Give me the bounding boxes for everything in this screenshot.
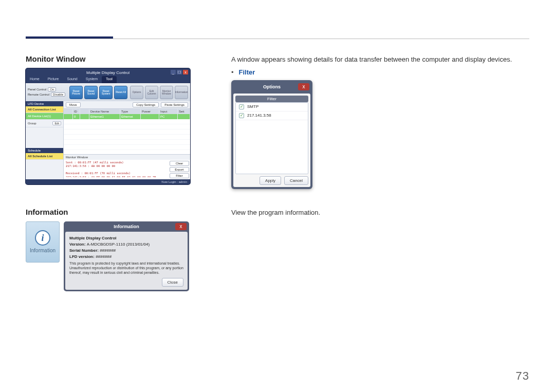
filter-item-label: SMTP [247, 104, 258, 109]
reset-all-button[interactable]: Reset All [114, 86, 127, 99]
info-version-value: A-MDCBGDSP-1110 (2013/01/04) [87, 242, 150, 247]
mdc-sidebar: LFD Device All Connection List All Devic… [26, 101, 64, 179]
monitor-window-button[interactable]: Monitor Window [160, 86, 173, 99]
paste-settings-button[interactable]: Paste Settings [161, 102, 188, 107]
info-lfd-value: ####### [96, 254, 112, 259]
page-number: 73 [516, 369, 529, 383]
remote-control-label: Remote Control [28, 93, 49, 96]
monitor-window-description: A window appears showing details for dat… [231, 54, 529, 65]
information-button[interactable]: Information [175, 86, 188, 99]
information-heading: Information [26, 208, 221, 216]
info-serial-label: Serial Number: [69, 248, 100, 253]
info-product-name: Multiple Display Control [69, 236, 183, 240]
monitor-window-heading: Monitor Window [26, 54, 221, 63]
monitor-panel-title: Monitor Window [64, 155, 190, 160]
window-minimize-button[interactable]: _ [171, 70, 176, 74]
window-close-button[interactable]: x [183, 70, 188, 74]
sidebar-head-schedule: Schedule [26, 148, 63, 153]
filter-dialog-subtitle: Filter [235, 96, 308, 102]
monitor-export-button[interactable]: Export [170, 167, 189, 172]
filter-item[interactable]: ✓ 217.141.3.58 [236, 111, 308, 120]
move-button[interactable]: Move [66, 102, 81, 107]
sidebar-all-device[interactable]: All Device List(1) [26, 113, 63, 120]
remote-control-select[interactable]: Disable [51, 92, 65, 97]
sidebar-head-lfd: LFD Device [26, 101, 63, 106]
filter-dialog-title: Options [246, 84, 298, 89]
mdc-titlebar: Multiple Display Control _ ☐ x [26, 68, 190, 76]
mdc-app-window: Multiple Display Control _ ☐ x Home Pict… [26, 68, 190, 184]
filter-list: ✓ SMTP ✓ 217.141.3.58 [235, 102, 308, 174]
reset-system-button[interactable]: Reset System [99, 86, 113, 99]
filter-item-label: 217.141.3.58 [247, 113, 271, 118]
tab-picture[interactable]: Picture [44, 76, 63, 83]
info-lfd-label: LFD version: [69, 254, 96, 259]
info-serial-value: ####### [100, 248, 116, 253]
grid-empty [64, 119, 190, 154]
filter-item[interactable]: ✓ SMTP [236, 103, 308, 111]
close-button[interactable]: Close [162, 278, 183, 287]
mdc-tabbar: Home Picture Sound System Tool [26, 76, 190, 83]
information-description: View the program information. [231, 208, 529, 218]
tab-tool[interactable]: Tool [102, 76, 117, 83]
mdc-statusbar: Now Login : admin [26, 179, 190, 184]
information-icon-card[interactable]: i Information [26, 221, 60, 263]
panel-control-select[interactable]: On [48, 87, 56, 91]
filter-dialog-close-button[interactable]: x [298, 83, 309, 90]
mdc-title-text: Multiple Display Control [86, 70, 130, 75]
cancel-button[interactable]: Cancel [284, 176, 308, 185]
filter-dialog: Options x Filter ✓ SMTP ✓ 217.141.3.58 [231, 80, 312, 189]
info-version-label: Version: [69, 242, 87, 247]
apply-button[interactable]: Apply [260, 176, 281, 185]
info-icon: i [35, 230, 50, 246]
information-dialog: Information x Multiple Display Control V… [64, 221, 189, 291]
header-accent [26, 36, 113, 39]
tab-sound[interactable]: Sound [63, 76, 81, 83]
filter-label: Filter [239, 68, 255, 76]
header-rule [26, 29, 529, 39]
checkbox-icon[interactable]: ✓ [239, 104, 244, 109]
information-dialog-title: Information [114, 224, 139, 229]
monitor-clear-button[interactable]: Clear [170, 161, 189, 166]
checkbox-icon[interactable]: ✓ [239, 113, 244, 118]
panel-control-label: Panel Control [28, 88, 46, 91]
copy-settings-button[interactable]: Copy Settings [133, 102, 159, 107]
info-icon-label: Information [30, 248, 55, 253]
grid-header: IDDevice NameTypePowerInputSett [64, 109, 190, 114]
monitor-log: Sent : 00:01:FF (47 milli seconds) 217:1… [64, 160, 169, 177]
tab-system[interactable]: System [82, 76, 102, 83]
monitor-filter-button[interactable]: Filter [170, 173, 189, 178]
options-button[interactable]: Options [130, 86, 143, 99]
reset-sound-button[interactable]: Reset Sound [84, 86, 98, 99]
tab-home[interactable]: Home [26, 76, 44, 83]
reset-picture-button[interactable]: Reset Picture [69, 86, 83, 99]
grid-row[interactable]: 0Ethernet1EthernetPC [64, 114, 190, 119]
information-dialog-close-button[interactable]: x [175, 223, 187, 230]
mdc-toolbar: Panel Control On Remote Control Disable … [26, 83, 190, 101]
info-legal-text: This program is protected by copyright l… [69, 261, 183, 275]
sidebar-edit-button[interactable]: Edit [52, 121, 61, 125]
sidebar-group: Group Edit [26, 120, 63, 127]
sidebar-all-schedule[interactable]: All Schedule List [26, 153, 63, 160]
sidebar-all-connection[interactable]: All Connection List [26, 106, 63, 113]
edit-column-button[interactable]: Edit Column [145, 86, 158, 99]
bullet-icon: • [231, 68, 234, 76]
window-maximize-button[interactable]: ☐ [177, 70, 182, 74]
